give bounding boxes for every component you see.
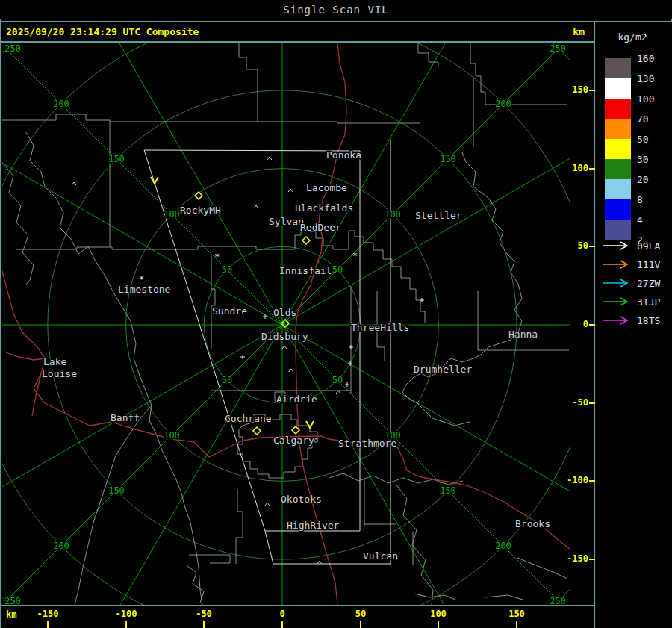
- radar-id: 09EA: [637, 240, 660, 252]
- info-bar: 2025/09/20 23:14:29 UTC Composite km: [0, 22, 595, 42]
- city-label: Blackfalds: [295, 202, 353, 214]
- svg-text:200: 200: [53, 99, 69, 109]
- colorbar-swatch: [605, 220, 631, 240]
- x-tick-label: -150: [31, 609, 64, 619]
- radar-map-canvas[interactable]: *** 50 50 50 50 100 100 100: [2, 43, 570, 605]
- city-label: Ponoka: [326, 149, 361, 161]
- colorbar-swatch: [605, 119, 631, 139]
- city-label: Limestone: [118, 284, 171, 295]
- svg-text:150: 150: [440, 485, 456, 496]
- radar-legend-row: 18TS: [595, 314, 672, 329]
- x-tick-label: 50: [344, 609, 377, 619]
- bottom-axis-unit: km: [6, 609, 16, 620]
- svg-text:200: 200: [495, 541, 511, 551]
- svg-text:200: 200: [53, 541, 69, 551]
- svg-text:250: 250: [4, 43, 21, 54]
- city-label: Sylvan: [269, 216, 304, 227]
- svg-text:50: 50: [222, 264, 232, 275]
- svg-text:250: 250: [4, 596, 21, 605]
- city-label: Didsbury: [261, 331, 308, 342]
- colorbar-swatch: [605, 78, 631, 99]
- city-label: ThreeHills: [351, 322, 409, 333]
- svg-text:200: 200: [495, 99, 511, 109]
- svg-text:50: 50: [332, 264, 343, 275]
- svg-text:150: 150: [440, 154, 456, 164]
- x-tick-label: 100: [422, 609, 455, 619]
- svg-text:100: 100: [164, 430, 180, 441]
- city-label: Louise: [42, 368, 77, 379]
- colorbar-value: 20: [637, 174, 667, 185]
- scan-timestamp: 2025/09/20 23:14:29 UTC Composite: [6, 26, 199, 37]
- colorbar-unit: kg/m2: [595, 31, 670, 43]
- svg-text:*: *: [139, 274, 144, 285]
- ring-distance-labels: 50 50 50 50 100 100 100 100 150 150 150 …: [4, 43, 566, 605]
- svg-text:100: 100: [164, 209, 180, 220]
- colorbar-value: 50: [637, 134, 667, 145]
- colorbar-value: 4: [637, 214, 667, 226]
- city-label: Lake: [43, 356, 66, 367]
- radar-arrow-icon: [603, 296, 632, 307]
- svg-text:250: 250: [550, 596, 566, 605]
- colorbar-swatch: [605, 179, 631, 199]
- y-tick-label: 100: [559, 163, 588, 173]
- map-boundaries: [2, 43, 569, 605]
- town-markers: ***: [72, 157, 424, 564]
- y-tick-label: -100: [559, 475, 588, 485]
- radar-viewer-window: Single_Scan_VIL 2025/09/20 23:14:29 UTC …: [0, 0, 672, 628]
- radar-id: 31JP: [637, 296, 660, 308]
- colorbar-swatch: [605, 139, 631, 159]
- city-label: Banff: [111, 412, 140, 423]
- x-tick-label: 0: [266, 609, 299, 619]
- x-tick-label: 150: [500, 609, 533, 619]
- colorbar-swatch: [605, 99, 631, 119]
- city-label: Calgary: [273, 435, 314, 446]
- city-label: RedDeer: [300, 222, 341, 233]
- city-label: HighRiver: [287, 520, 340, 531]
- radar-arrow-icon: [603, 315, 632, 326]
- svg-text:150: 150: [108, 485, 125, 496]
- colorbar-value: 100: [637, 93, 667, 105]
- city-label: Olds: [273, 307, 296, 318]
- svg-text:*: *: [214, 252, 220, 262]
- svg-text:50: 50: [332, 375, 343, 385]
- colorbar-swatch: [605, 199, 631, 220]
- radar-arrow-icon: [603, 278, 632, 288]
- radar-legend-row: 111V: [595, 258, 672, 273]
- y-tick-label: 50: [559, 240, 588, 251]
- colorbar-value: 8: [637, 194, 667, 205]
- svg-text:100: 100: [385, 209, 401, 220]
- window-title: Single_Scan_VIL: [283, 4, 388, 16]
- city-label: Stettler: [415, 210, 462, 221]
- svg-text:150: 150: [108, 154, 125, 164]
- city-label: Airdrie: [276, 394, 317, 405]
- colorbar-value: 70: [637, 114, 667, 125]
- colorbar-value: 30: [637, 154, 667, 165]
- colorbar-legend-panel: kg/m2 160 130 100 70 50 30 20 8 4 2 09EA…: [595, 22, 672, 628]
- frame-left: [0, 0, 1, 628]
- radar-id: 27ZW: [637, 278, 660, 289]
- city-label: Strathmore: [338, 438, 396, 449]
- city-label: Lacombe: [306, 182, 347, 193]
- highways: [2, 43, 570, 605]
- city-label: Vulcan: [363, 550, 398, 562]
- right-distance-axis: 150 100 50 0 -50 -100 -150: [569, 42, 595, 605]
- city-label: Okotoks: [281, 494, 322, 505]
- range-rings: [2, 43, 570, 605]
- radar-legend-row: 27ZW: [595, 276, 672, 291]
- right-axis-unit: km: [573, 26, 585, 37]
- title-bar: Single_Scan_VIL: [0, 0, 672, 19]
- bottom-distance-axis: km -150 -100 -50 0 50 100 150: [0, 605, 595, 628]
- svg-text:*: *: [352, 251, 358, 261]
- colorbar-value: 130: [637, 73, 667, 84]
- city-label: Hanna: [508, 329, 538, 340]
- x-tick-label: -100: [110, 609, 143, 619]
- radar-arrow-icon: [603, 240, 632, 251]
- y-tick-label: 0: [559, 319, 588, 329]
- svg-text:250: 250: [550, 43, 566, 54]
- city-label: Cochrane: [225, 413, 272, 424]
- colorbar-swatch: [605, 159, 631, 179]
- city-label: Innisfail: [279, 265, 332, 276]
- radar-legend-row: 31JP: [595, 295, 672, 310]
- svg-text:50: 50: [222, 375, 232, 385]
- radar-arrow-icon: [603, 259, 632, 270]
